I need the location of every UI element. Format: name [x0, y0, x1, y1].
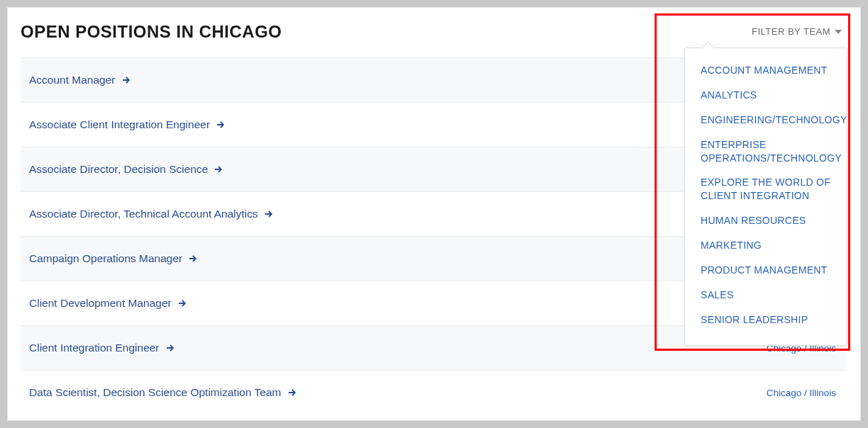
filter-by-team-trigger[interactable]: FILTER BY TEAM: [752, 26, 842, 37]
position-title-text: Associate Client Integration Engineer: [29, 118, 210, 131]
position-link-campaign-operations-manager[interactable]: Campaign Operations Manager: [29, 252, 196, 265]
filter-label: FILTER BY TEAM: [752, 26, 830, 37]
arrow-right-icon: [217, 121, 224, 128]
filter-option-sales[interactable]: SALES: [685, 283, 847, 308]
filter-option-analytics[interactable]: ANALYTICS: [685, 83, 847, 108]
position-title-text: Campaign Operations Manager: [29, 252, 182, 265]
position-title-text: Client Integration Engineer: [29, 342, 160, 354]
position-link-associate-director-technical-account-analytics[interactable]: Associate Director, Technical Account An…: [29, 208, 272, 220]
position-link-associate-director-decision-science[interactable]: Associate Director, Decision Science: [29, 163, 222, 176]
position-title-text: Associate Director, Technical Account An…: [29, 208, 258, 220]
filter-option-explore-client-integration[interactable]: EXPLORE THE WORLD OF CLIENT INTEGRATION: [685, 170, 847, 208]
arrow-right-icon: [215, 166, 222, 173]
filter-option-account-management[interactable]: ACCOUNT MANAGEMENT: [685, 58, 847, 83]
position-row: Data Scientist, Decision Science Optimiz…: [21, 370, 847, 415]
caret-down-icon: [835, 30, 842, 34]
filter-option-senior-leadership[interactable]: SENIOR LEADERSHIP: [685, 308, 847, 332]
position-link-client-integration-engineer[interactable]: Client Integration Engineer: [29, 342, 174, 354]
position-title-text: Account Manager: [29, 74, 116, 86]
position-link-associate-client-integration-engineer[interactable]: Associate Client Integration Engineer: [29, 118, 224, 131]
arrow-right-icon: [167, 344, 174, 351]
position-title-text: Data Scientist, Decision Science Optimiz…: [29, 386, 282, 399]
position-link-account-manager[interactable]: Account Manager: [29, 74, 130, 86]
filter-dropdown: ACCOUNT MANAGEMENT ANALYTICS ENGINEERING…: [684, 47, 847, 346]
arrow-right-icon: [289, 389, 296, 396]
filter-wrapper: FILTER BY TEAM ACCOUNT MANAGEMENT ANALYT…: [752, 25, 842, 38]
filter-option-product-management[interactable]: PRODUCT MANAGEMENT: [685, 258, 847, 283]
position-location: Chicago / Illinois: [767, 388, 836, 398]
filter-option-engineering-technology[interactable]: ENGINEERING/TECHNOLOGY: [685, 108, 847, 133]
arrow-right-icon: [179, 300, 186, 307]
arrow-right-icon: [265, 210, 272, 218]
position-title-text: Client Development Manager: [29, 297, 172, 310]
position-link-client-development-manager[interactable]: Client Development Manager: [29, 297, 186, 310]
header-row: OPEN POSITIONS IN CHICAGO FILTER BY TEAM…: [21, 22, 847, 55]
page-title: OPEN POSITIONS IN CHICAGO: [21, 22, 282, 42]
position-title-text: Associate Director, Decision Science: [29, 163, 208, 176]
position-link-data-scientist-decision-science-optimization[interactable]: Data Scientist, Decision Science Optimiz…: [29, 386, 296, 399]
filter-option-marketing[interactable]: MARKETING: [685, 233, 847, 258]
arrow-right-icon: [189, 255, 196, 262]
filter-option-enterprise-operations-technology[interactable]: ENTERPRISE OPERATIONS/TECHNOLOGY: [685, 133, 847, 171]
filter-option-human-resources[interactable]: HUMAN RESOURCES: [685, 208, 847, 233]
arrow-right-icon: [123, 77, 130, 84]
page-container: OPEN POSITIONS IN CHICAGO FILTER BY TEAM…: [7, 7, 861, 421]
